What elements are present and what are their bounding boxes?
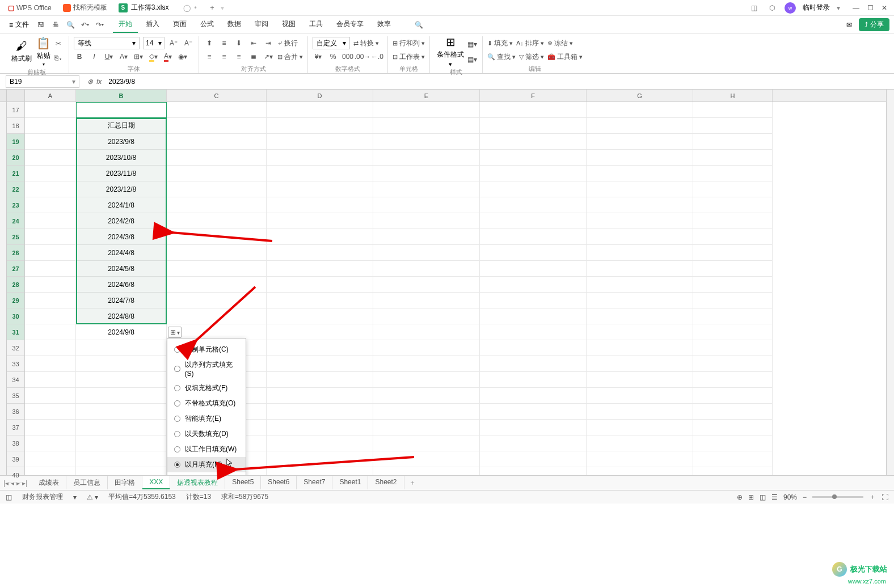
zoom-in-button[interactable]: ＋ — [869, 492, 876, 502]
cell-D26[interactable] — [267, 245, 373, 261]
cell-B32[interactable] — [76, 340, 167, 356]
cell-E40[interactable] — [373, 467, 480, 475]
wrap-button[interactable]: ⤶ 换行 — [277, 39, 298, 48]
cell-D39[interactable] — [267, 451, 373, 467]
print-icon[interactable]: 🖶 — [50, 20, 61, 30]
currency-icon[interactable]: ¥▾ — [313, 51, 324, 62]
cell-A19[interactable] — [25, 134, 76, 150]
cell-A39[interactable] — [25, 451, 76, 467]
align-center-icon[interactable]: ≡ — [218, 51, 230, 62]
worksheet-button[interactable]: ⊡ 工作表▾ — [393, 52, 425, 62]
cell-H31[interactable] — [693, 324, 773, 340]
col-header-G[interactable]: G — [587, 90, 693, 101]
bold-icon[interactable]: B — [74, 51, 85, 62]
row-header-30[interactable]: 30 — [7, 308, 24, 324]
select-all-corner[interactable] — [0, 90, 7, 475]
cell-G17[interactable] — [587, 102, 693, 118]
file-menu[interactable]: ≡文件 — [5, 18, 33, 31]
row-header-27[interactable]: 27 — [7, 261, 24, 277]
cell-D36[interactable] — [267, 404, 373, 420]
avatar[interactable]: w — [785, 2, 796, 14]
cell-A24[interactable] — [25, 213, 76, 229]
freeze-button[interactable]: ❄ 冻结▾ — [547, 39, 573, 48]
col-header-C[interactable]: C — [167, 90, 267, 101]
add-sheet-button[interactable]: ＋ — [409, 478, 416, 488]
cell-D18[interactable] — [267, 118, 373, 134]
cell-C19[interactable] — [167, 134, 267, 150]
italic-icon[interactable]: I — [88, 51, 100, 62]
cell-G32[interactable] — [587, 340, 693, 356]
cell-G33[interactable] — [587, 356, 693, 372]
vscrollbar[interactable] — [886, 90, 894, 475]
sheet-tab-6[interactable]: Sheet6 — [261, 476, 297, 489]
col-header-B[interactable]: B — [76, 90, 167, 101]
redo-icon[interactable]: ↷▾ — [95, 20, 105, 30]
layout-indicator-icon[interactable]: ◫ — [6, 493, 12, 501]
cell-D34[interactable] — [267, 372, 373, 388]
name-box[interactable]: B19▾ — [6, 75, 79, 88]
autofill-option-2[interactable]: 仅填充格式(F) — [167, 380, 246, 396]
cell-C21[interactable] — [167, 166, 267, 181]
cell-C24[interactable] — [167, 213, 267, 229]
col-header-H[interactable]: H — [693, 90, 773, 101]
format-brush-button[interactable]: 🖌格式刷 — [9, 36, 34, 67]
row-header-31[interactable]: 31 — [7, 324, 24, 340]
cell-E28[interactable] — [373, 277, 480, 293]
view-grid-icon[interactable]: ⊞ — [748, 493, 754, 501]
cell-A32[interactable] — [25, 340, 76, 356]
table-style-icon[interactable]: ▤▾ — [466, 54, 478, 65]
cell-G18[interactable] — [587, 118, 693, 134]
cell-C29[interactable] — [167, 293, 267, 308]
cell-H32[interactable] — [693, 340, 773, 356]
shrink-font-icon[interactable]: A⁻ — [183, 37, 194, 49]
font-color-icon[interactable]: A▾ — [162, 51, 174, 62]
cell-C25[interactable] — [167, 229, 267, 245]
cell-F17[interactable] — [480, 102, 587, 118]
strike-icon[interactable]: A▾ — [118, 51, 129, 62]
cell-A29[interactable] — [25, 293, 76, 308]
layout-icon[interactable]: ◫ — [748, 2, 760, 14]
cell-H18[interactable] — [693, 118, 773, 134]
zoom-level[interactable]: 90% — [783, 493, 797, 501]
row-header-28[interactable]: 28 — [7, 277, 24, 293]
cell-A17[interactable] — [25, 102, 76, 118]
row-header-23[interactable]: 23 — [7, 197, 24, 213]
cell-G37[interactable] — [587, 420, 693, 435]
cell-H22[interactable] — [693, 181, 773, 197]
grow-font-icon[interactable]: A⁺ — [168, 37, 179, 49]
sheet-tab-0[interactable]: 成绩表 — [32, 476, 66, 489]
cell-B33[interactable] — [76, 356, 167, 372]
number-format-select[interactable]: 自定义▾ — [313, 37, 350, 49]
cell-A36[interactable] — [25, 404, 76, 420]
cell-C30[interactable] — [167, 308, 267, 324]
sort-button[interactable]: A↓ 排序▾ — [516, 39, 544, 48]
col-header-F[interactable]: F — [480, 90, 587, 101]
align-mid-icon[interactable]: ≡ — [218, 37, 230, 49]
orient-icon[interactable]: ↗▾ — [263, 51, 274, 62]
row-header-21[interactable]: 21 — [7, 166, 24, 181]
sheet-tab-9[interactable]: Sheet2 — [368, 476, 404, 489]
cell-C17[interactable] — [167, 102, 267, 118]
cell-E34[interactable] — [373, 372, 480, 388]
cell-B37[interactable] — [76, 420, 167, 435]
cell-E23[interactable] — [373, 197, 480, 213]
cell-F24[interactable] — [480, 213, 587, 229]
cell-H36[interactable] — [693, 404, 773, 420]
cell-F28[interactable] — [480, 277, 587, 293]
row-header-40[interactable]: 40 — [7, 467, 24, 483]
cell-D24[interactable] — [267, 213, 373, 229]
cell-G38[interactable] — [587, 435, 693, 451]
cell-G28[interactable] — [587, 277, 693, 293]
cell-B31[interactable]: 2024/9/8 — [76, 324, 167, 340]
autofill-option-3[interactable]: 不带格式填充(O) — [167, 396, 246, 411]
cell-F23[interactable] — [480, 197, 587, 213]
cell-A18[interactable] — [25, 118, 76, 134]
cell-D32[interactable] — [267, 340, 373, 356]
cell-A34[interactable] — [25, 372, 76, 388]
view-normal-icon[interactable]: ⊕ — [737, 493, 743, 501]
cell-A26[interactable] — [25, 245, 76, 261]
cell-E35[interactable] — [373, 388, 480, 404]
cell-E25[interactable] — [373, 229, 480, 245]
sheet-tab-5[interactable]: Sheet5 — [225, 476, 261, 489]
menu-tab-4[interactable]: 数据 — [222, 16, 247, 33]
